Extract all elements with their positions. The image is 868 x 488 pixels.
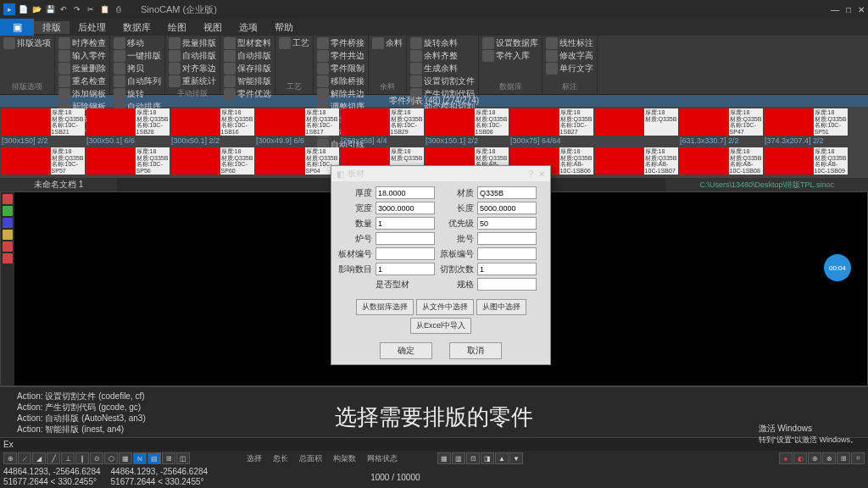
qat-icon[interactable]: ⎙ (112, 3, 124, 15)
ribbon-button[interactable]: 移除桥接 (317, 75, 364, 87)
batch-input[interactable] (477, 232, 537, 245)
part-thumbnail[interactable]: 厚度:18材质:Q335B名称:AB-10C-1SB08 (680, 147, 763, 176)
ok-button[interactable]: 确定 (380, 342, 432, 359)
part-thumbnail[interactable]: 厚度:18材质:Q335B名称:AB-10C-1SB07 (595, 147, 678, 176)
ribbon-button[interactable]: 重名检查 (58, 75, 106, 87)
menu-tab[interactable]: 数据库 (114, 21, 159, 34)
source-button[interactable]: 从图中选择 (476, 299, 526, 315)
plateid-input[interactable] (376, 247, 435, 260)
ribbon-button[interactable]: 工艺 (279, 37, 309, 49)
status-icon[interactable]: ◫ (176, 452, 190, 464)
cuttimes-input[interactable] (477, 263, 537, 275)
status-icon[interactable]: ⊕ (3, 452, 17, 464)
part-thumbnail[interactable]: 厚度:18材质:Q335B名称:10C-SP64 (256, 147, 339, 176)
minimize-icon[interactable]: — (831, 5, 839, 14)
status-icon[interactable]: ∥ (75, 452, 89, 464)
ribbon-button[interactable]: 零件共边 (317, 50, 364, 62)
status-icon[interactable]: ⌗ (851, 452, 865, 464)
ribbon-button[interactable]: 时序检查 (58, 37, 106, 49)
part-thumbnail[interactable]: 厚度:18材质:Q335B名称:10C-1SB27[300x75] 64/64 (510, 108, 593, 146)
status-icon[interactable]: ⟋ (18, 452, 31, 464)
ribbon-button[interactable]: 零件限制 (317, 63, 364, 75)
material-input[interactable] (477, 186, 537, 199)
qat-new-icon[interactable]: 📄 (17, 3, 29, 15)
ribbon-button[interactable]: 修改字高 (546, 50, 593, 62)
tool-icon[interactable] (3, 230, 13, 240)
menu-tab[interactable]: 视图 (195, 21, 231, 34)
ribbon-button[interactable]: 排版选项 (3, 37, 51, 49)
cutqty-input[interactable] (376, 263, 435, 275)
part-thumbnail[interactable]: 厚度:18材质:Q335B名称:AB-10C-1SB09 (765, 147, 848, 176)
status-icon[interactable]: ⊡ (466, 452, 480, 464)
menu-tab[interactable]: 后处理 (70, 21, 114, 34)
dialog-titlebar[interactable]: ◧ 板材 ?✕ (331, 166, 550, 181)
width-input[interactable] (376, 202, 435, 214)
ribbon-button[interactable]: 零件入库 (482, 50, 538, 62)
ribbon-button[interactable]: 对齐靠边 (169, 63, 216, 75)
app-menu-button[interactable]: ▣ (0, 19, 34, 36)
furnace-input[interactable] (376, 232, 435, 245)
ribbon-button[interactable]: 重新统计 (169, 75, 216, 87)
part-thumbnail[interactable]: 厚度:18材质:Q335B名称:10C-1SB08[300x150.1] 2/2 (426, 108, 509, 146)
status-icon[interactable]: ● (779, 452, 793, 464)
status-icon[interactable]: N (133, 452, 147, 464)
close-icon[interactable]: ✕ (858, 5, 865, 14)
qty-input[interactable] (376, 217, 435, 230)
ribbon-button[interactable]: 设置切割文件 (410, 75, 475, 87)
part-thumbnail[interactable]: 厚度:18材质:Q335B名称:10C-1SB28[300x50.1] 6/6 (86, 108, 170, 146)
qat-undo-icon[interactable]: ↶ (58, 3, 70, 15)
part-thumbnail[interactable]: 厚度:18材质:Q335B名称:10C-1SB29[268x268] 4/4 (341, 108, 424, 146)
tool-icon[interactable] (3, 218, 13, 228)
status-icon[interactable]: ▥ (452, 452, 465, 464)
ribbon-button[interactable]: 自动阵列 (114, 75, 161, 87)
status-icon[interactable]: ◢ (32, 452, 46, 464)
tool-icon[interactable] (3, 253, 13, 263)
length-input[interactable] (477, 202, 537, 214)
status-icon[interactable]: ▦ (119, 452, 132, 464)
menu-tab[interactable]: 绘图 (159, 21, 195, 34)
menu-tab[interactable]: 排版 (34, 21, 70, 34)
ribbon-button[interactable]: 型材套料 (224, 37, 271, 49)
status-icon[interactable]: ⊕ (808, 452, 821, 464)
spec-input[interactable] (477, 278, 537, 291)
qat-open-icon[interactable]: 📂 (31, 3, 42, 15)
maximize-icon[interactable]: □ (846, 5, 851, 14)
ribbon-button[interactable]: 单行文字 (546, 63, 593, 75)
doc-tab-path[interactable]: C:\Users\13480\Desktop\排版TPL.sinoc (665, 178, 868, 191)
part-thumbnail[interactable]: 厚度:18材质:Q335B名称:10C-SP60 (171, 147, 254, 176)
status-icon[interactable]: ⊞ (162, 452, 175, 464)
ribbon-button[interactable]: 旋转 (114, 88, 161, 100)
qat-icon[interactable]: ✂ (85, 3, 97, 15)
cancel-button[interactable]: 取消 (449, 342, 502, 359)
close-icon[interactable]: ✕ (538, 169, 545, 179)
status-icon[interactable]: ▼ (509, 452, 523, 464)
tool-icon[interactable] (3, 241, 13, 252)
tool-icon[interactable] (3, 206, 13, 216)
ribbon-button[interactable]: 解除共边 (317, 88, 364, 100)
ribbon-button[interactable]: 零件优选 (224, 88, 271, 100)
ribbon-button[interactable]: 自动排版 (224, 50, 271, 62)
part-thumbnail[interactable]: 厚度:18材质:Q335B名称:10C-1SB21[300x150] 2/2 (2, 108, 85, 146)
ribbon-button[interactable]: 智能排版 (224, 75, 271, 87)
status-icon[interactable]: ◐ (793, 452, 807, 464)
source-button[interactable]: 从文件中选择 (416, 299, 474, 315)
source-button[interactable]: 从数据库选择 (356, 299, 414, 315)
ribbon-button[interactable]: 输入零件 (58, 50, 106, 62)
ribbon-button[interactable]: 生成余料 (410, 63, 475, 75)
ribbon-button[interactable]: 线性标注 (546, 37, 593, 49)
ribbon-button[interactable]: 添加钢板 (58, 88, 106, 100)
qat-save-icon[interactable]: 💾 (44, 3, 56, 15)
part-thumbnail[interactable]: 厚度:18材质:Q335B名称:10C-SP47[631.3x330.7] 2/… (680, 108, 763, 146)
status-icon[interactable]: ▦ (437, 452, 451, 464)
qat-redo-icon[interactable]: ↷ (71, 3, 83, 15)
thickness-input[interactable] (376, 186, 435, 199)
status-icon[interactable]: ╱ (47, 452, 60, 464)
part-thumbnail[interactable]: 厚度:18材质:Q335B名称:10C-1SB16[300x50.1] 2/2 (171, 108, 254, 146)
source-button[interactable]: 从Excel中导入 (410, 318, 471, 334)
part-thumbnail[interactable]: 厚度:18材质:Q335B名称:10C-SP56 (86, 147, 170, 176)
ribbon-button[interactable]: 余料齐整 (410, 50, 475, 62)
priority-input[interactable] (477, 217, 537, 230)
menu-tab[interactable]: 帮助 (266, 21, 302, 34)
help-icon[interactable]: ? (528, 169, 533, 179)
doc-tab[interactable]: 未命名文档 1 (0, 178, 117, 191)
